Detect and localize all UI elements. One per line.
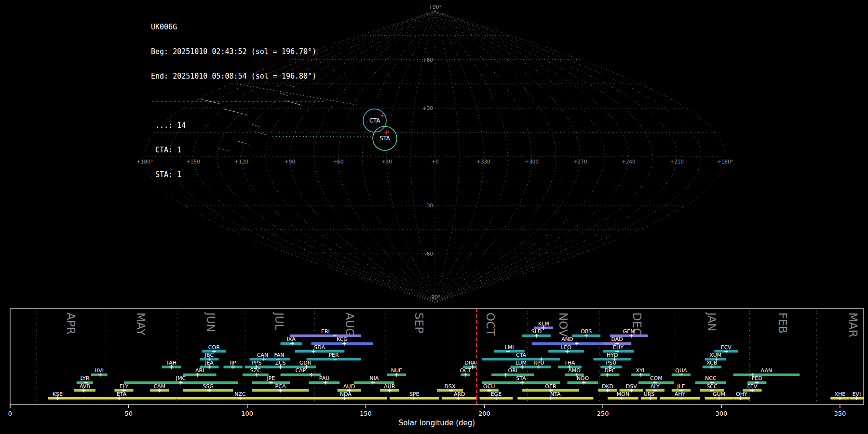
month-label-NOV: NOV bbox=[557, 312, 570, 337]
meridian-line bbox=[435, 11, 652, 302]
shower-label-KCG: KCG bbox=[337, 336, 348, 342]
shower-label-OHY: OHY bbox=[736, 391, 747, 397]
shower-label-AVB: AVB bbox=[80, 383, 90, 390]
shower-bar-AAN bbox=[733, 373, 800, 376]
month-label-SEP: SEP bbox=[413, 312, 425, 333]
shower-label-ORI: ORI bbox=[508, 367, 518, 374]
end-time: End: 20251010 05:08:54 (sol = 196.80°) bbox=[151, 72, 325, 81]
count-unclassified: ...: 14 bbox=[151, 122, 325, 130]
month-label-AUG: AUG bbox=[343, 312, 356, 337]
tick-label-300: 300 bbox=[716, 410, 728, 417]
station-id: UK006G bbox=[151, 23, 325, 31]
shower-label-GEM: GEM bbox=[623, 328, 635, 335]
lon-label: +180° bbox=[717, 159, 733, 164]
tick-label-50: 50 bbox=[125, 410, 133, 417]
lon-label: +60 bbox=[333, 159, 343, 164]
shower-label-XUM: XUM bbox=[709, 352, 721, 358]
shower-bar-DPC bbox=[600, 373, 619, 376]
shower-bar-ETA bbox=[67, 397, 176, 400]
shower-label-AND: AND bbox=[561, 336, 573, 342]
shower-label-CAP: CAP bbox=[295, 367, 306, 374]
sky-and-timeline-canvas: +180°+150+120+90+60+30+0+330+300+270+240… bbox=[0, 0, 868, 434]
month-label-MAR: MAR bbox=[847, 312, 859, 338]
meridian-line bbox=[387, 11, 435, 302]
meteor-observation-screen: +180°+150+120+90+60+30+0+330+300+270+240… bbox=[0, 0, 868, 434]
shower-label-URS: URS bbox=[644, 391, 655, 397]
shower-label-AHY: AHY bbox=[675, 391, 686, 397]
count-sta: STA: 1 bbox=[151, 171, 325, 179]
lon-label: +0 bbox=[431, 159, 438, 164]
shower-label-HVI: HVI bbox=[95, 367, 104, 374]
shower-label-AMO: AMO bbox=[568, 367, 581, 374]
shower-bar-CAP bbox=[281, 373, 321, 376]
lon-label: +30 bbox=[381, 159, 392, 164]
lat-label: -60 bbox=[425, 251, 433, 257]
separator: ---------------------------------------- bbox=[151, 97, 325, 105]
count-cta: CTA: 1 bbox=[151, 146, 325, 154]
shower-label-NDA: NDA bbox=[340, 391, 352, 397]
radiant-label-CTA: CTA bbox=[369, 117, 380, 124]
lat-label: +60 bbox=[422, 57, 433, 63]
shower-bar-NTA bbox=[517, 397, 593, 400]
shower-label-ETA: ETA bbox=[117, 391, 127, 397]
shower-label-PAU: PAU bbox=[319, 375, 330, 381]
lat-label: -30 bbox=[425, 203, 433, 208]
shower-label-GDR: GDR bbox=[299, 360, 312, 366]
month-label-APR: APR bbox=[65, 312, 77, 335]
shower-label-SZC: SZC bbox=[250, 367, 261, 374]
month-label-FEB: FEB bbox=[776, 312, 789, 334]
tick-label-0: 0 bbox=[8, 410, 12, 417]
shower-label-ARI: ARI bbox=[195, 367, 204, 374]
radiant-label-STA: STA bbox=[380, 135, 390, 142]
activity-timeline-chart: APRMAYJUNJULAUGSEPOCTNOVDECJANFEBMARKLME… bbox=[8, 309, 864, 417]
shower-label-AAN: AAN bbox=[761, 367, 773, 374]
shower-label-PSU: PSU bbox=[606, 360, 617, 366]
shower-label-EHY: EHY bbox=[613, 344, 624, 351]
meridian-line bbox=[435, 11, 532, 302]
shower-label-LUM: LUM bbox=[515, 360, 527, 366]
observation-info: UK006G Beg: 20251010 02:43:52 (sol = 196… bbox=[151, 7, 325, 195]
shower-label-FAN: FAN bbox=[274, 352, 284, 358]
lat-label: -90° bbox=[430, 294, 440, 300]
meridian-line bbox=[314, 11, 435, 302]
shower-label-CTA: CTA bbox=[516, 352, 527, 358]
month-label-JUN: JUN bbox=[204, 312, 217, 332]
lon-label: +270 bbox=[573, 159, 587, 164]
shower-label-CAN: CAN bbox=[257, 352, 268, 358]
meridian-line bbox=[435, 11, 556, 302]
lon-label: +240 bbox=[622, 159, 636, 164]
shower-bar-ARI bbox=[183, 373, 217, 376]
shower-label-MON: MON bbox=[617, 391, 629, 397]
lat-label: +90° bbox=[428, 4, 441, 10]
meridian-line bbox=[435, 11, 628, 302]
shower-bar-ERI bbox=[290, 334, 361, 337]
shower-label-NOO: NOO bbox=[577, 375, 589, 381]
shower-label-NIA: NIA bbox=[369, 375, 379, 381]
shower-label-ERI: ERI bbox=[321, 328, 330, 335]
meridian-line bbox=[435, 11, 701, 302]
shower-label-DRA: DRA bbox=[464, 360, 476, 366]
meridian-line bbox=[338, 11, 435, 302]
month-label-OCT: OCT bbox=[484, 312, 497, 336]
shower-label-IXA: IXA bbox=[286, 336, 296, 342]
x-axis-title: Solar longitude (deg) bbox=[10, 419, 864, 427]
shower-label-ARD: ARD bbox=[454, 391, 465, 397]
lat-label: +30 bbox=[422, 105, 433, 111]
shower-label-LMI: LMI bbox=[505, 344, 514, 351]
shower-label-HYD: HYD bbox=[607, 352, 618, 358]
lon-label: +330 bbox=[476, 159, 490, 164]
shower-label-NCC: NCC bbox=[705, 375, 717, 381]
shower-label-SDA: SDA bbox=[314, 344, 325, 351]
tick-label-200: 200 bbox=[478, 410, 490, 417]
lon-label: +300 bbox=[525, 159, 539, 164]
meridian-line bbox=[435, 11, 580, 302]
month-label-JAN: JAN bbox=[705, 312, 718, 331]
shower-label-PER: PER bbox=[328, 352, 339, 358]
shower-label-DSX: DSX bbox=[445, 383, 456, 390]
shower-label-DPC: DPC bbox=[605, 367, 616, 374]
shower-label-NTA: NTA bbox=[550, 391, 561, 397]
shower-label-STA: STA bbox=[516, 375, 526, 381]
shower-label-COM: COM bbox=[650, 375, 663, 381]
tick-label-100: 100 bbox=[241, 410, 253, 417]
lon-label: +210 bbox=[670, 159, 684, 164]
